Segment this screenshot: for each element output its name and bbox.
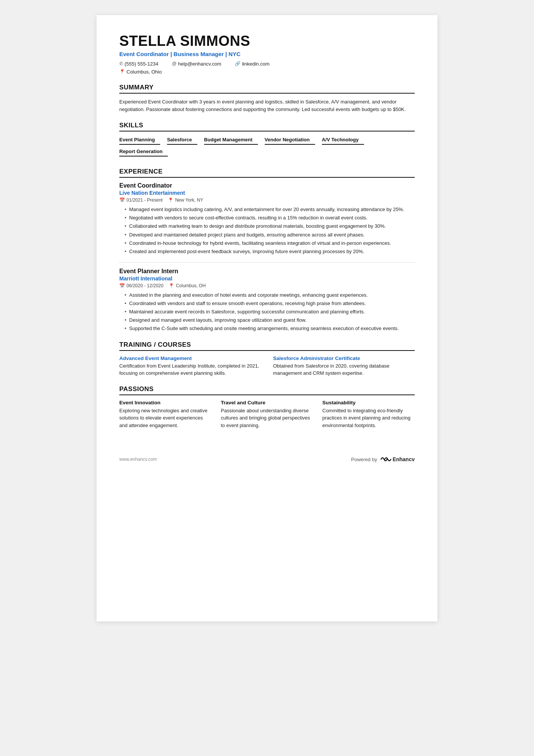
bullet-item: Maintained accurate event records in Sal… [125,308,415,316]
job-meta: 📅 06/2020 - 12/2020 📍 Columbus, OH [119,283,415,288]
resume-page: STELLA SIMMONS Event Coordinator | Busin… [97,15,437,621]
bullet-item: Created and implemented post-event feedb… [125,248,415,255]
experience-entry: Event Planner Intern Marriott Internatio… [119,268,415,333]
skill-item: Budget Management [204,136,258,145]
location-value: Columbus, Ohio [126,69,162,75]
summary-text: Experienced Event Coordinator with 3 yea… [119,98,415,113]
job-meta: 📅 01/2021 - Present 📍 New York, NY [119,197,415,203]
bullet-item: Managed event logistics including cateri… [125,206,415,213]
bullet-item: Designed and managed event layouts, impr… [125,316,415,324]
calendar-icon: 📅 [119,197,125,203]
phone-icon: ✆ [119,61,123,66]
job-location: 📍 Columbus, OH [169,283,206,288]
header: STELLA SIMMONS Event Coordinator | Busin… [119,33,415,75]
job-bullets: Assisted in the planning and execution o… [125,291,415,333]
passion-title: Event Innovation [119,400,212,405]
job-title: Event Planner Intern [119,268,415,275]
skill-item: Salesforce [167,136,197,145]
summary-title: SUMMARY [119,84,415,94]
bullet-item: Collaborated with marketing team to desi… [125,222,415,230]
linkedin-value: linkedin.com [242,61,269,67]
experience-separator [119,262,415,263]
training-item: Advanced Event Management Certification … [119,355,261,377]
contact-row: ✆ (555) 555-1234 @ help@enhancv.com 🔗 li… [119,61,415,67]
bullet-item: Coordinated with vendors and staff to en… [125,300,415,307]
skills-title: SKILLS [119,122,415,131]
email-icon: @ [172,61,176,66]
training-title: TRAINING / COURSES [119,341,415,351]
experience-title: EXPERIENCE [119,168,415,178]
footer: www.enhancv.com Powered by Enhancv [119,452,415,463]
passion-desc: Exploring new technologies and creative … [119,407,212,429]
job-date: 📅 06/2020 - 12/2020 [119,283,163,288]
linkedin-contact: 🔗 linkedin.com [235,61,269,67]
passion-item: Event Innovation Exploring new technolog… [119,400,212,429]
bullet-item: Assisted in the planning and execution o… [125,291,415,299]
passion-item: Travel and Culture Passionate about unde… [221,400,313,429]
job-date: 📅 01/2021 - Present [119,197,162,203]
bullet-item: Coordinated in-house technology for hybr… [125,239,415,247]
passions-grid: Event Innovation Exploring new technolog… [119,400,415,429]
passion-title: Sustainability [322,400,415,405]
skills-section: SKILLS Event PlanningSalesforceBudget Ma… [119,122,415,160]
powered-by-label: Powered by [351,457,377,462]
candidate-name: STELLA SIMMONS [119,33,415,49]
skill-item: Report Generation [119,148,168,157]
passion-desc: Passionate about understanding diverse c… [221,407,313,429]
location-icon: 📍 [119,69,125,74]
job-bullets: Managed event logistics including cateri… [125,206,415,255]
linkedin-icon: 🔗 [235,61,240,66]
training-grid: Advanced Event Management Certification … [119,355,415,377]
job-company: Live Nation Entertainment [119,190,415,196]
phone-value: (555) 555-1234 [125,61,158,67]
job-company: Marriott International [119,275,415,282]
enhancv-brand-name: Enhancv [393,456,415,462]
passion-title: Travel and Culture [221,400,313,405]
training-item-title: Salesforce Administrator Certificate [273,355,415,361]
job-location: 📍 New York, NY [168,197,203,203]
job-title: Event Coordinator [119,182,415,189]
bullet-item: Negotiated with vendors to secure cost-e… [125,214,415,222]
bullet-item: Supported the C-Suite with scheduling an… [125,325,415,332]
bullet-item: Developed and maintained detailed projec… [125,231,415,239]
location-row: 📍 Columbus, Ohio [119,69,415,75]
footer-website: www.enhancv.com [119,457,157,462]
candidate-title: Event Coordinator | Business Manager | N… [119,51,415,57]
training-item: Salesforce Administrator Certificate Obt… [273,355,415,377]
training-item-desc: Certification from Event Leadership Inst… [119,362,261,377]
training-item-title: Advanced Event Management [119,355,261,361]
calendar-icon: 📅 [119,283,125,288]
passions-title: PASSIONS [119,385,415,395]
footer-brand: Powered by Enhancv [351,455,415,463]
enhancv-logo: Enhancv [379,455,415,463]
experience-section: EXPERIENCE Event Coordinator Live Nation… [119,168,415,333]
location-icon: 📍 [168,197,173,203]
email-contact: @ help@enhancv.com [172,61,221,67]
training-section: TRAINING / COURSES Advanced Event Manage… [119,341,415,377]
skill-item: Vendor Negotiation [265,136,315,145]
summary-section: SUMMARY Experienced Event Coordinator wi… [119,84,415,113]
skill-item: Event Planning [119,136,160,145]
phone-contact: ✆ (555) 555-1234 [119,61,158,67]
skill-item: A/V Technology [322,136,364,145]
skills-list: Event PlanningSalesforceBudget Managemen… [119,136,415,160]
experience-entry: Event Coordinator Live Nation Entertainm… [119,182,415,255]
location-contact: 📍 Columbus, Ohio [119,69,162,75]
enhancv-icon [379,455,392,463]
email-value: help@enhancv.com [178,61,221,67]
location-icon: 📍 [169,283,174,288]
passions-section: PASSIONS Event Innovation Exploring new … [119,385,415,429]
training-item-desc: Obtained from Salesforce in 2020, coveri… [273,362,415,377]
passion-desc: Committed to integrating eco-friendly pr… [322,407,415,429]
passion-item: Sustainability Committed to integrating … [322,400,415,429]
